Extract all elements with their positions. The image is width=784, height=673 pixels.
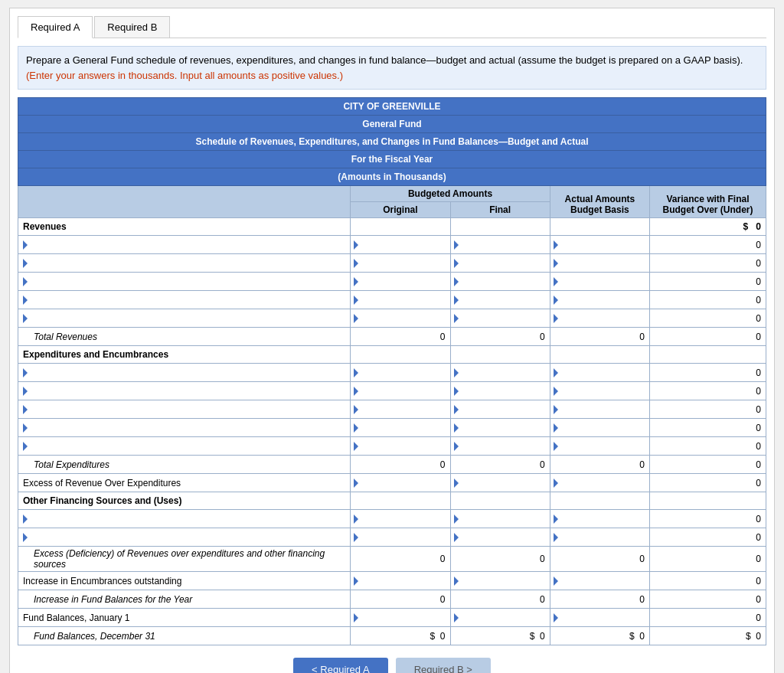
- excess-variance: 0: [650, 474, 766, 492]
- flag-icon-orig-2: [354, 259, 358, 268]
- revenues-variance-0: 0: [756, 221, 761, 232]
- expenditure-variance-2: 0: [650, 382, 766, 400]
- expenditure-actual-input-1[interactable]: [560, 368, 646, 378]
- excess-final-input[interactable]: [460, 478, 547, 488]
- exp-flag-1: [23, 368, 28, 377]
- revenue-final-input-3[interactable]: [460, 276, 547, 287]
- expenditure-name-input-4[interactable]: [29, 423, 347, 433]
- flag-icon-2: [23, 259, 28, 268]
- of-flag-actual-2: [554, 533, 558, 542]
- revenue-name-input-3[interactable]: [29, 276, 347, 287]
- other-financing-name-input-1[interactable]: [29, 514, 347, 524]
- revenue-final-input-5[interactable]: [460, 313, 547, 324]
- expenditure-original-input-5[interactable]: [360, 441, 446, 452]
- revenue-name-input-5[interactable]: [29, 313, 347, 324]
- expenditure-final-input-1[interactable]: [460, 368, 547, 378]
- revenue-name-input-2[interactable]: [29, 258, 347, 269]
- expenditure-actual-input-5[interactable]: [560, 441, 646, 452]
- revenue-original-3[interactable]: [351, 273, 450, 291]
- expenditure-original-input-2[interactable]: [360, 386, 446, 397]
- expenditure-variance-4: 0: [650, 419, 766, 437]
- revenue-original-4[interactable]: [351, 291, 450, 309]
- excess-deficiency-row: Excess (Deficiency) of Revenues over exp…: [18, 547, 766, 572]
- revenue-final-1[interactable]: [450, 236, 550, 254]
- revenue-actual-input-1[interactable]: [560, 240, 646, 250]
- of-flag-actual-1: [554, 515, 558, 524]
- revenue-label-5: [18, 309, 351, 328]
- expenditure-name-input-1[interactable]: [29, 368, 347, 378]
- revenue-final-5[interactable]: [450, 309, 550, 328]
- fund-balances-jan-final-input[interactable]: [460, 613, 547, 623]
- revenue-actual-3[interactable]: [550, 273, 649, 291]
- dollar-sign-revenues: $: [743, 221, 749, 232]
- increase-encumbrances-final-input[interactable]: [460, 576, 547, 586]
- expenditure-final-input-4[interactable]: [460, 423, 547, 433]
- fund-balances-jan-actual-input[interactable]: [560, 613, 646, 623]
- revenue-original-input-1[interactable]: [360, 240, 446, 250]
- instructions-note: (Enter your answers in thousands. Input …: [26, 70, 343, 81]
- expenditure-actual-input-3[interactable]: [560, 404, 646, 415]
- instructions-box: Prepare a General Fund schedule of reven…: [18, 46, 766, 90]
- revenue-final-input-2[interactable]: [460, 258, 547, 269]
- increase-encumbrances-original-input[interactable]: [360, 576, 446, 586]
- other-financing-final-input-1[interactable]: [460, 514, 547, 524]
- other-financing-final-input-2[interactable]: [460, 532, 547, 543]
- revenue-actual-4[interactable]: [550, 291, 649, 309]
- increase-encumbrances-actual-input[interactable]: [560, 576, 646, 586]
- revenue-final-2[interactable]: [450, 254, 550, 273]
- expenditure-name-input-2[interactable]: [29, 386, 347, 397]
- revenue-actual-input-4[interactable]: [560, 295, 646, 305]
- tab-required-a[interactable]: Required A: [18, 16, 93, 38]
- flag-icon-orig-3: [354, 277, 358, 286]
- revenue-original-5[interactable]: [351, 309, 450, 328]
- other-financing-original-input-1[interactable]: [360, 514, 446, 524]
- expenditure-final-input-3[interactable]: [460, 404, 547, 415]
- revenue-original-input-3[interactable]: [360, 276, 446, 287]
- excess-actual-input[interactable]: [560, 478, 646, 488]
- expenditure-actual-input-4[interactable]: [560, 423, 646, 433]
- excess-original-input[interactable]: [360, 478, 446, 488]
- revenue-original-2[interactable]: [351, 254, 450, 273]
- expenditure-actual-input-2[interactable]: [560, 386, 646, 397]
- other-financing-name-input-2[interactable]: [29, 532, 347, 543]
- expenditures-label: Expenditures and Encumbrances: [18, 346, 351, 364]
- revenue-final-3[interactable]: [450, 273, 550, 291]
- revenue-name-input-4[interactable]: [29, 295, 347, 305]
- revenue-original-1[interactable]: [351, 236, 450, 254]
- fund-balances-dec-actual: $ 0: [550, 627, 649, 645]
- revenue-final-4[interactable]: [450, 291, 550, 309]
- revenue-actual-5[interactable]: [550, 309, 649, 328]
- next-button[interactable]: Required B >: [396, 658, 491, 673]
- revenue-original-input-5[interactable]: [360, 313, 446, 324]
- flag-icon-1: [23, 240, 28, 250]
- expenditure-final-input-5[interactable]: [460, 441, 547, 452]
- exp-flag-final-3: [454, 405, 459, 414]
- revenue-name-input-1[interactable]: [29, 240, 347, 250]
- other-financing-actual-input-1[interactable]: [560, 514, 646, 524]
- revenue-actual-1[interactable]: [550, 236, 649, 254]
- expenditure-original-input-1[interactable]: [360, 368, 446, 378]
- expenditure-final-input-2[interactable]: [460, 386, 547, 397]
- revenue-actual-input-5[interactable]: [560, 313, 646, 324]
- prev-button[interactable]: < Required A: [293, 658, 388, 673]
- expenditure-name-input-5[interactable]: [29, 441, 347, 452]
- revenue-final-input-4[interactable]: [460, 295, 547, 305]
- tab-required-b[interactable]: Required B: [94, 16, 170, 38]
- expenditure-name-input-3[interactable]: [29, 404, 347, 415]
- excess-flag-orig: [354, 479, 358, 488]
- fund-balances-jan-original-input[interactable]: [360, 613, 446, 623]
- revenue-variance-1: 0: [650, 236, 766, 254]
- fund-balances-dec-row: Fund Balances, December 31 $ 0 $ 0 $ 0 $…: [18, 627, 766, 645]
- revenue-actual-input-2[interactable]: [560, 258, 646, 269]
- revenue-original-input-4[interactable]: [360, 295, 446, 305]
- other-financing-original-input-2[interactable]: [360, 532, 446, 543]
- other-financing-actual-input-2[interactable]: [560, 532, 646, 543]
- revenue-final-input-1[interactable]: [460, 240, 547, 250]
- revenue-original-input-2[interactable]: [360, 258, 446, 269]
- expenditure-original-input-3[interactable]: [360, 404, 446, 415]
- excess-flag-final: [454, 479, 459, 488]
- expenditure-original-input-4[interactable]: [360, 423, 446, 433]
- revenue-actual-2[interactable]: [550, 254, 649, 273]
- revenue-actual-input-3[interactable]: [560, 276, 646, 287]
- flag-icon-actual-4: [554, 296, 558, 305]
